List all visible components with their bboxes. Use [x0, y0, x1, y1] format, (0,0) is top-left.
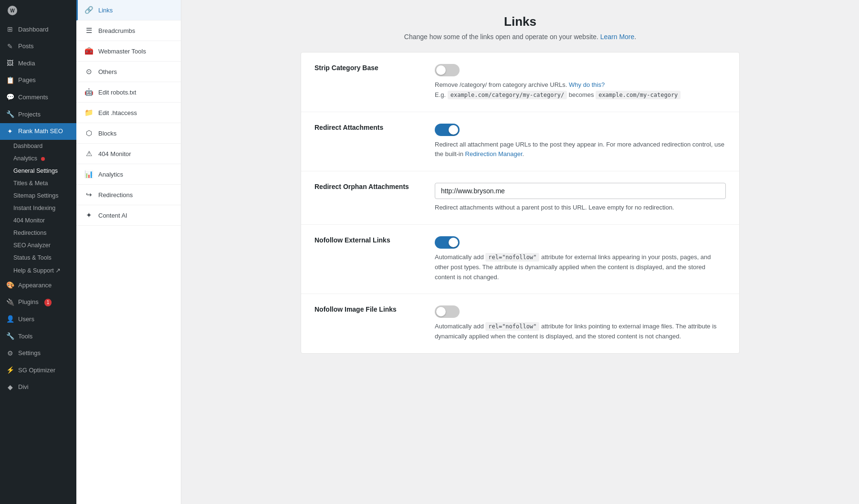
- submenu-instant-indexing[interactable]: Instant Indexing: [0, 202, 76, 214]
- redirect-attachments-track: [435, 124, 460, 136]
- example-after: example.com/my-category: [596, 91, 681, 99]
- learn-more-link[interactable]: Learn More: [600, 33, 635, 41]
- submenu-dashboard[interactable]: Dashboard: [0, 140, 76, 152]
- sidebar-item-sg-optimizer[interactable]: ⚡ SG Optimizer: [0, 362, 76, 379]
- comments-icon: 💬: [6, 93, 14, 102]
- main-area: 🔗 Links ☰ Breadcrumbs 🧰 Webmaster Tools …: [76, 0, 859, 504]
- sidebar-item-settings[interactable]: ⚙ Settings: [0, 345, 76, 362]
- strip-category-base-label-col: Strip Category Base: [314, 64, 419, 72]
- sidebar-item-posts[interactable]: ✎ Posts: [0, 38, 76, 55]
- media-icon: 🖼: [6, 59, 14, 68]
- submenu-seo-analyzer[interactable]: SEO Analyzer: [0, 239, 76, 252]
- nav-webmaster-tools[interactable]: 🧰 Webmaster Tools: [76, 41, 181, 62]
- dashboard-icon: ⊞: [6, 25, 14, 34]
- nofollow-image-toggle[interactable]: [435, 305, 460, 318]
- sidebar-item-comments[interactable]: 💬 Comments: [0, 89, 76, 106]
- nav-breadcrumbs[interactable]: ☰ Breadcrumbs: [76, 21, 181, 41]
- redirect-orphan-label: Redirect Orphan Attachments: [314, 183, 419, 190]
- submenu-404-monitor[interactable]: 404 Monitor: [0, 214, 76, 227]
- nav-edit-htaccess[interactable]: 📁 Edit .htaccess: [76, 103, 181, 123]
- htaccess-nav-icon: 📁: [84, 108, 94, 117]
- rank-math-submenu: Dashboard Analytics General Settings Tit…: [0, 140, 76, 277]
- analytics-badge: [41, 157, 45, 161]
- submenu-sitemap[interactable]: Sitemap Settings: [0, 189, 76, 202]
- redirect-orphan-desc: Redirect attachments without a parent po…: [435, 203, 726, 213]
- pages-icon: 📋: [6, 76, 14, 85]
- redirect-orphan-input[interactable]: [435, 183, 726, 199]
- strip-category-desc: Remove /category/ from category archive …: [435, 80, 726, 100]
- redirect-attachments-row: Redirect Attachments Redirect all attach…: [301, 112, 739, 172]
- analytics-nav-icon: 📊: [84, 170, 94, 178]
- redirect-attachments-desc: Redirect all attachment page URLs to the…: [435, 140, 726, 160]
- others-nav-icon: ⊙: [84, 67, 94, 76]
- example-before: example.com/category/my-category/: [448, 91, 567, 99]
- submenu-analytics[interactable]: Analytics: [0, 152, 76, 165]
- nav-404-monitor[interactable]: ⚠ 404 Monitor: [76, 144, 181, 164]
- submenu-general-settings[interactable]: General Settings: [0, 165, 76, 177]
- nofollow-external-track: [435, 236, 460, 249]
- sidebar-item-appearance[interactable]: 🎨 Appearance: [0, 277, 76, 294]
- site-logo: W: [0, 0, 76, 21]
- rank-math-section-nav: 🔗 Links ☰ Breadcrumbs 🧰 Webmaster Tools …: [76, 0, 181, 504]
- redirect-orphan-row: Redirect Orphan Attachments Redirect att…: [301, 171, 739, 225]
- users-icon: 👤: [6, 315, 14, 324]
- links-nav-icon: 🔗: [84, 6, 94, 14]
- page-header: Links Change how some of the links open …: [200, 14, 840, 41]
- nofollow-image-desc: Automatically add rel="nofollow" attribu…: [435, 322, 726, 342]
- nofollow-image-toggle-row: [435, 305, 726, 318]
- nofollow-image-row: Nofollow Image File Links Automatically …: [301, 294, 739, 353]
- nav-links[interactable]: 🔗 Links: [76, 0, 181, 21]
- nofollow-external-desc: Automatically add rel="nofollow" attribu…: [435, 252, 726, 282]
- settings-icon: ⚙: [6, 349, 14, 358]
- strip-category-track: [435, 64, 460, 76]
- content-ai-nav-icon: ✦: [84, 211, 94, 220]
- tools-icon: 🔧: [6, 332, 14, 341]
- redirect-attachments-toggle[interactable]: [435, 124, 460, 136]
- submenu-status-tools[interactable]: Status & Tools: [0, 252, 76, 264]
- sidebar-item-pages[interactable]: 📋 Pages: [0, 72, 76, 89]
- strip-category-toggle-row: [435, 64, 726, 76]
- plugins-icon: 🔌: [6, 298, 14, 307]
- redirect-orphan-content: Redirect attachments without a parent po…: [435, 183, 726, 213]
- sidebar-item-projects[interactable]: 🔧 Projects: [0, 106, 76, 123]
- nav-analytics[interactable]: 📊 Analytics: [76, 164, 181, 185]
- redirection-manager-link[interactable]: Redirection Manager: [465, 150, 523, 158]
- sidebar-item-plugins[interactable]: 🔌 Plugins 1: [0, 294, 76, 311]
- sidebar-item-rank-math[interactable]: ✦ Rank Math SEO: [0, 123, 76, 140]
- sg-optimizer-icon: ⚡: [6, 366, 14, 375]
- blocks-nav-icon: ⬡: [84, 129, 94, 137]
- nav-edit-robots[interactable]: 🤖 Edit robots.txt: [76, 82, 181, 103]
- nofollow-external-toggle[interactable]: [435, 236, 460, 249]
- nav-blocks[interactable]: ⬡ Blocks: [76, 123, 181, 144]
- rank-math-icon: ✦: [6, 127, 14, 136]
- sidebar-item-users[interactable]: 👤 Users: [0, 311, 76, 328]
- submenu-help-support[interactable]: Help & Support ↗: [0, 264, 76, 277]
- nav-content-ai[interactable]: ✦ Content AI: [76, 205, 181, 226]
- page-subtitle: Change how some of the links open and op…: [200, 33, 840, 41]
- nofollow-image-code: rel="nofollow": [485, 322, 539, 331]
- why-do-this-link[interactable]: Why do this?: [569, 81, 605, 88]
- sidebar-item-media[interactable]: 🖼 Media: [0, 55, 76, 72]
- appearance-icon: 🎨: [6, 281, 14, 290]
- nav-redirections[interactable]: ↪ Redirections: [76, 185, 181, 205]
- nofollow-image-content: Automatically add rel="nofollow" attribu…: [435, 305, 726, 342]
- nofollow-external-label: Nofollow External Links: [314, 236, 419, 244]
- redirect-attachments-label: Redirect Attachments: [314, 124, 419, 131]
- 404-nav-icon: ⚠: [84, 149, 94, 158]
- nofollow-code: rel="nofollow": [485, 253, 539, 262]
- redirect-attachments-label-col: Redirect Attachments: [314, 124, 419, 131]
- sidebar-item-divi[interactable]: ◆ Divi: [0, 379, 76, 396]
- redirect-attachments-content: Redirect all attachment page URLs to the…: [435, 124, 726, 160]
- sidebar: W ⊞ Dashboard ✎ Posts 🖼 Media 📋 Pages 💬 …: [0, 0, 76, 504]
- strip-category-toggle[interactable]: [435, 64, 460, 76]
- sidebar-item-dashboard[interactable]: ⊞ Dashboard: [0, 21, 76, 38]
- breadcrumbs-nav-icon: ☰: [84, 26, 94, 35]
- submenu-titles-meta[interactable]: Titles & Meta: [0, 177, 76, 189]
- nofollow-image-label: Nofollow Image File Links: [314, 305, 419, 313]
- nav-others[interactable]: ⊙ Others: [76, 62, 181, 82]
- submenu-redirections[interactable]: Redirections: [0, 227, 76, 239]
- content-area: Links Change how some of the links open …: [181, 0, 859, 504]
- nofollow-external-label-col: Nofollow External Links: [314, 236, 419, 244]
- redirect-attachments-toggle-row: [435, 124, 726, 136]
- sidebar-item-tools[interactable]: 🔧 Tools: [0, 328, 76, 345]
